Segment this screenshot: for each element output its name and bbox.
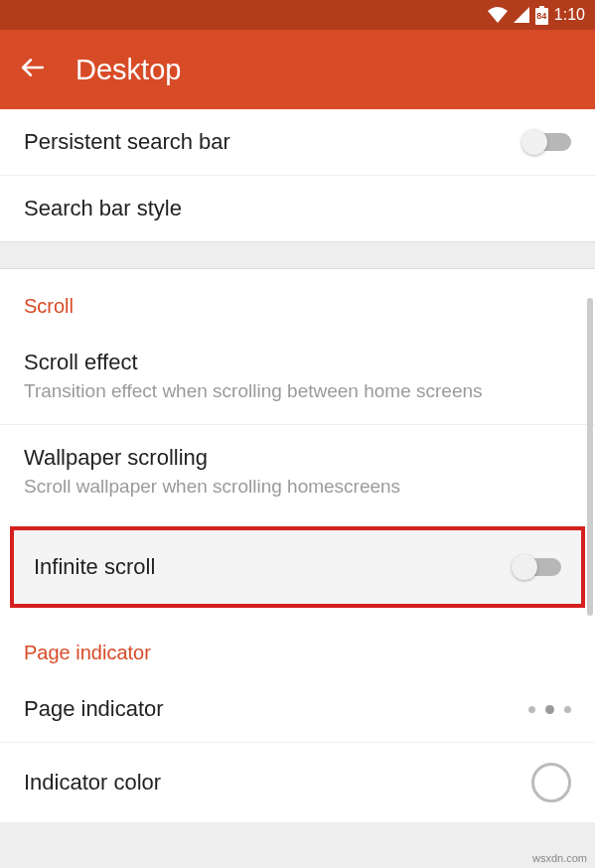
row-title: Persistent search bar [24, 129, 523, 155]
section-gap [0, 241, 595, 269]
page-title: Desktop [75, 54, 181, 86]
row-subtitle: Scroll wallpaper when scrolling homescre… [24, 475, 571, 500]
row-title: Page indicator [24, 696, 528, 722]
row-scroll-effect[interactable]: Scroll effect Transition effect when scr… [0, 330, 595, 425]
row-search-bar-style[interactable]: Search bar style [0, 176, 595, 241]
toggle-infinite-scroll[interactable] [514, 558, 561, 576]
wifi-icon [488, 7, 508, 23]
section-header-scroll: Scroll [0, 269, 595, 330]
row-title: Wallpaper scrolling [24, 445, 571, 471]
back-icon[interactable] [20, 55, 46, 84]
row-page-indicator[interactable]: Page indicator [0, 676, 595, 743]
toggle-knob [521, 129, 547, 155]
dot-icon [528, 706, 535, 713]
row-indicator-color[interactable]: Indicator color [0, 743, 595, 822]
battery-icon: 84 [535, 6, 548, 25]
section-header-page-indicator: Page indicator [0, 616, 595, 676]
row-persistent-search[interactable]: Persistent search bar [0, 109, 595, 176]
status-time: 1:10 [554, 6, 585, 24]
row-subtitle: Transition effect when scrolling between… [24, 379, 571, 404]
status-bar: 84 1:10 [0, 0, 595, 30]
watermark: wsxdn.com [532, 852, 587, 864]
app-bar: Desktop [0, 30, 595, 109]
toggle-knob [512, 554, 537, 580]
page-indicator-dots-icon [528, 705, 571, 714]
dot-icon [564, 706, 571, 713]
row-title: Indicator color [24, 770, 531, 796]
row-title: Scroll effect [24, 350, 571, 375]
row-title: Search bar style [24, 196, 571, 221]
toggle-persistent-search[interactable] [523, 133, 571, 151]
scrollbar[interactable] [587, 298, 593, 616]
signal-icon [514, 7, 529, 23]
color-swatch-icon [531, 763, 571, 802]
svg-rect-1 [539, 6, 544, 9]
row-title: Infinite scroll [34, 554, 155, 580]
row-infinite-scroll-highlighted[interactable]: Infinite scroll [10, 526, 585, 608]
content: Persistent search bar Search bar style S… [0, 109, 595, 822]
dot-active-icon [545, 705, 554, 714]
row-wallpaper-scrolling[interactable]: Wallpaper scrolling Scroll wallpaper whe… [0, 425, 595, 519]
battery-level: 84 [536, 11, 547, 21]
